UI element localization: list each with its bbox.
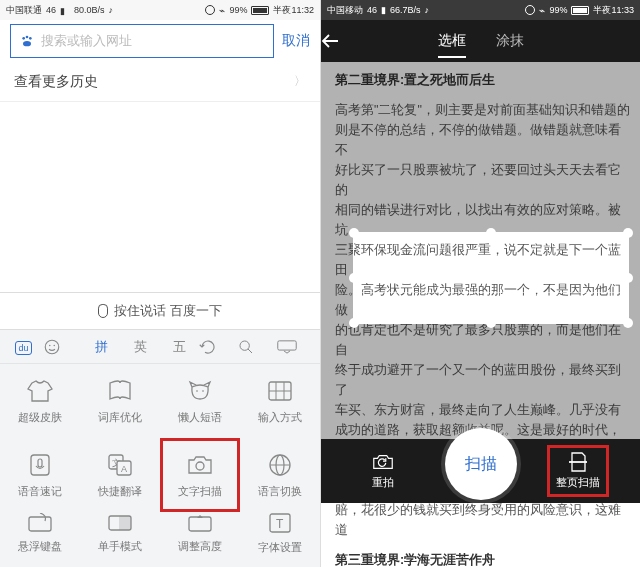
alarm-icon xyxy=(525,5,535,15)
tab-select[interactable]: 选框 xyxy=(438,22,466,60)
cell-label: 文字扫描 xyxy=(178,484,222,499)
emoji-button[interactable] xyxy=(43,338,82,356)
time-label: 半夜11:32 xyxy=(273,4,314,17)
translate-icon: 文A xyxy=(105,452,135,478)
top-bar: 选框 涂抹 xyxy=(321,20,640,62)
tab-wubi[interactable]: 五 xyxy=(160,338,199,356)
svg-rect-17 xyxy=(38,459,42,467)
document-preview: 第二重境界:置之死地而后生 高考第"二轮复"，则主要是对前面基础知识和错题的 则… xyxy=(321,62,640,503)
tab-pinyin[interactable]: 拼 xyxy=(82,338,121,356)
bluetooth-icon: ⌁ xyxy=(539,5,545,16)
reshoot-button[interactable]: 重拍 xyxy=(321,452,445,490)
handle-bm[interactable] xyxy=(486,318,496,328)
doc-h3: 第三重境界:学海无涯苦作舟 xyxy=(335,550,630,567)
battery-icon xyxy=(251,6,269,15)
search-row: 搜索或输入网址 取消 xyxy=(0,20,320,62)
voice-bar[interactable]: 按住说话 百度一下 xyxy=(0,292,320,330)
tab-english[interactable]: 英 xyxy=(121,338,160,356)
svg-rect-26 xyxy=(29,517,51,531)
handle-bl[interactable] xyxy=(349,318,359,328)
cell-skin[interactable]: 超级皮肤 xyxy=(0,364,80,438)
scan-bottom-bar: 重拍 扫描 整页扫描 xyxy=(321,439,640,503)
cell-height[interactable]: 调整高度 xyxy=(160,512,240,554)
voice-label: 按住说话 百度一下 xyxy=(114,302,222,320)
blank-area xyxy=(0,102,320,292)
full-page-scan-button[interactable]: 整页扫描 xyxy=(517,445,641,497)
speed-label: 80.0B/s xyxy=(74,5,105,15)
cell-input-mode[interactable]: 输入方式 xyxy=(240,364,320,438)
ime-logo[interactable]: du xyxy=(4,339,43,354)
back-button[interactable] xyxy=(321,33,365,49)
cell-voice-note[interactable]: 语音速记 xyxy=(0,438,80,512)
tshirt-icon xyxy=(25,378,55,404)
cell-label: 悬浮键盘 xyxy=(18,539,62,554)
cell-font[interactable]: T 字体设置 xyxy=(240,512,320,554)
svg-point-6 xyxy=(54,344,56,346)
search-input[interactable]: 搜索或输入网址 xyxy=(10,24,274,58)
history-row[interactable]: 查看更多历史 〉 xyxy=(0,62,320,102)
phone-left: 中国联通 46 ▮ 80.0B/s ♪ ⌁ 99% 半夜11:32 搜索或输入网… xyxy=(0,0,320,567)
cell-float-kb[interactable]: 悬浮键盘 xyxy=(0,512,80,554)
handle-tl[interactable] xyxy=(349,228,359,238)
net-label: 46 xyxy=(367,5,377,15)
undo-button[interactable] xyxy=(199,340,238,354)
handle-br[interactable] xyxy=(623,318,633,328)
svg-point-5 xyxy=(49,344,51,346)
svg-rect-28 xyxy=(119,516,131,530)
cell-label: 词库优化 xyxy=(98,410,142,425)
speed-label: 66.7B/s xyxy=(390,5,421,15)
handle-tr[interactable] xyxy=(623,228,633,238)
cell-one-hand[interactable]: 单手模式 xyxy=(80,512,160,554)
mode-tabs: 选框 涂抹 xyxy=(365,22,596,60)
search-button[interactable] xyxy=(238,339,277,355)
arrow-left-icon xyxy=(321,33,339,49)
svg-rect-9 xyxy=(278,340,296,349)
svg-rect-16 xyxy=(31,455,49,475)
app-icon: ♪ xyxy=(425,5,430,15)
alarm-icon xyxy=(205,5,215,15)
full-page-label: 整页扫描 xyxy=(556,475,600,490)
page-scan-icon xyxy=(566,452,590,472)
keyboard-toggle[interactable] xyxy=(277,340,316,354)
cancel-button[interactable]: 取消 xyxy=(282,32,310,50)
handle-tm[interactable] xyxy=(486,228,496,238)
doc-line: 赔，花很少的钱就买到终身受用的风险意识，这难道 xyxy=(335,500,630,540)
signal-icon: ▮ xyxy=(60,6,70,14)
tab-smear[interactable]: 涂抹 xyxy=(496,22,524,60)
search-icon xyxy=(238,339,254,355)
cell-text-scan[interactable]: 文字扫描 xyxy=(160,438,240,512)
mic-note-icon xyxy=(25,452,55,478)
handle-lm[interactable] xyxy=(349,273,359,283)
svg-point-2 xyxy=(29,37,32,40)
cell-label: 超级皮肤 xyxy=(18,410,62,425)
handle-rm[interactable] xyxy=(623,273,633,283)
baidu-paw-icon xyxy=(19,33,35,49)
scan-label: 扫描 xyxy=(465,454,497,475)
cell-translate[interactable]: 文A 快捷翻译 xyxy=(80,438,160,512)
status-bar: 中国移动 46 ▮ 66.7B/s ♪ ⌁ 99% 半夜11:33 xyxy=(321,0,640,20)
undo-icon xyxy=(199,340,217,354)
scan-button[interactable]: 扫描 xyxy=(445,428,517,500)
cell-lazy[interactable]: 懒人短语 xyxy=(160,364,240,438)
float-icon xyxy=(25,512,55,533)
battery-icon xyxy=(571,6,589,15)
cell-lang-switch[interactable]: 语言切换 xyxy=(240,438,320,512)
overlay-top xyxy=(321,62,640,232)
cell-label: 输入方式 xyxy=(258,410,302,425)
svg-point-1 xyxy=(26,36,29,39)
carrier-label: 中国移动 xyxy=(327,4,363,17)
search-placeholder: 搜索或输入网址 xyxy=(41,32,132,50)
status-bar: 中国联通 46 ▮ 80.0B/s ♪ ⌁ 99% 半夜11:32 xyxy=(0,0,320,20)
cell-dict[interactable]: 词库优化 xyxy=(80,364,160,438)
cell-label: 语音速记 xyxy=(18,484,62,499)
book-icon xyxy=(105,378,135,404)
svg-point-4 xyxy=(45,340,59,354)
chevron-right-icon: 〉 xyxy=(294,73,306,90)
svg-point-0 xyxy=(22,37,25,40)
svg-line-8 xyxy=(248,349,252,353)
cell-label: 字体设置 xyxy=(258,540,302,555)
ime-toolbar: du 拼 英 五 xyxy=(0,330,320,364)
bluetooth-icon: ⌁ xyxy=(219,5,225,16)
battery-pct: 99% xyxy=(229,5,247,15)
selection-rect[interactable] xyxy=(353,232,629,324)
